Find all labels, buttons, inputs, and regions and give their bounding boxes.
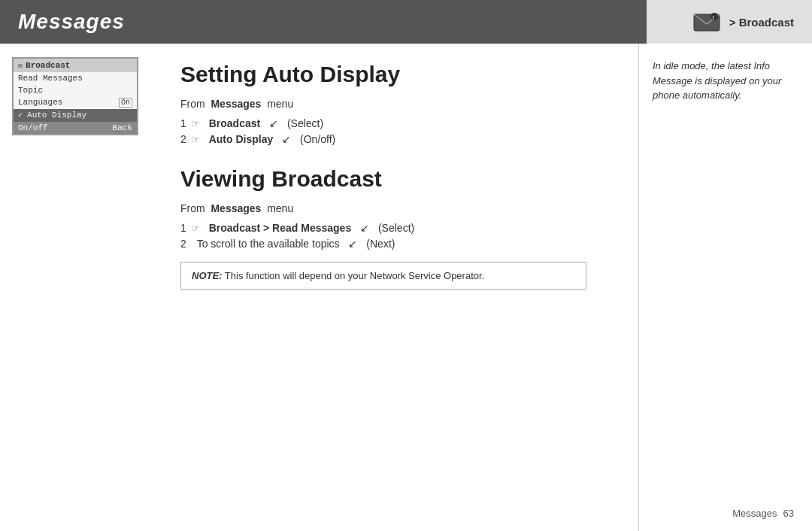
section1-step1-bold: Broadcast [209,117,260,129]
section2-step1-bold: Broadcast > Read Messages [209,222,351,234]
section-viewing-broadcast: Viewing Broadcast From Messages menu 1 ☞… [180,166,608,290]
section1-from-label: From [180,98,205,110]
section1-from-suffix: menu [267,98,293,110]
phone-bottom-bar: On/off Back [14,121,137,134]
main-content: Setting Auto Display From Messages menu … [150,44,639,531]
section1-step2-icon: ☞ [191,134,200,145]
section1-step2-number: 2 [180,133,186,145]
section1-step1-icon: ☞ [191,118,200,129]
phone-bottom-left: On/off [18,123,48,132]
section1-step2-suffix: (On/off) [300,133,335,145]
phone-menu-auto-display: Auto Display [14,109,137,121]
note-label: NOTE: [192,270,222,281]
footer: Messages 63 [732,508,794,519]
section2-step2-icon2: ↙ [348,238,357,250]
section1-step1: 1 ☞ Broadcast ↙ (Select) [180,117,608,129]
header-breadcrumb-area: ! > Broadcast [647,0,812,44]
section2-title: Viewing Broadcast [180,166,608,192]
svg-text:!: ! [712,15,714,20]
phone-screen-header: ✉ Broadcast [14,59,137,72]
section1-step2-bold: Auto Display [209,133,274,145]
section2-step1: 1 ☞ Broadcast > Read Messages ↙ (Select) [180,222,608,234]
phone-menu-languages-tag: On [119,98,132,108]
phone-header-label: Broadcast [26,61,70,70]
phone-screen: ✉ Broadcast Read Messages Topic Language… [12,57,138,135]
section1-step1-number: 1 [180,117,186,129]
phone-envelope-icon: ✉ [18,61,23,70]
section2-step1-icon: ☞ [191,223,200,234]
phone-menu-read-messages: Read Messages [14,72,137,84]
phone-menu-languages-label: Languages [18,98,62,108]
note-box: NOTE: This function will depend on your … [180,262,586,290]
section2-from-menu: Messages [211,202,261,214]
section2-from-label: From [180,202,205,214]
section2-step1-icon2: ↙ [360,222,369,234]
section1-step1-icon2: ↙ [269,117,278,129]
section1-step2: 2 ☞ Auto Display ↙ (On/off) [180,133,608,145]
envelope-icon: ! [693,11,720,32]
sidebar: ✉ Broadcast Read Messages Topic Language… [0,44,150,531]
note-text: This function will depend on your Networ… [222,270,484,281]
section2-step1-number: 1 [180,222,186,234]
side-note-text: In idle mode, the latest Info Message is… [653,59,798,103]
footer-section: Messages [732,508,777,519]
breadcrumb-text: > Broadcast [729,16,794,29]
svg-point-1 [710,13,718,20]
page-header: Messages ! > Broadcast [0,0,812,44]
phone-bottom-right: Back [113,123,132,132]
section2-step2-suffix: (Next) [366,238,395,250]
right-panel: In idle mode, the latest Info Message is… [639,44,812,531]
footer-page-number: 63 [783,508,794,519]
section2-step2-text: To scroll to the available topics [197,238,340,250]
section1-step1-suffix: (Select) [287,117,323,129]
section1-from-line: From Messages menu [180,98,608,110]
section-setting-auto-display: Setting Auto Display From Messages menu … [180,62,608,145]
section1-from-menu: Messages [211,98,261,110]
phone-menu-languages: Languages On [14,96,137,109]
section2-from-line: From Messages menu [180,202,608,214]
section2-from-suffix: menu [267,202,293,214]
section1-step2-icon2: ↙ [282,133,291,145]
section2-step1-suffix: (Select) [378,222,414,234]
phone-menu-topic: Topic [14,84,137,96]
section2-step2-number: 2 [180,238,186,250]
section1-title: Setting Auto Display [180,62,608,87]
page-title: Messages [0,10,125,34]
content-area: ✉ Broadcast Read Messages Topic Language… [0,44,812,531]
section2-step2: 2 To scroll to the available topics ↙ (N… [180,238,608,250]
